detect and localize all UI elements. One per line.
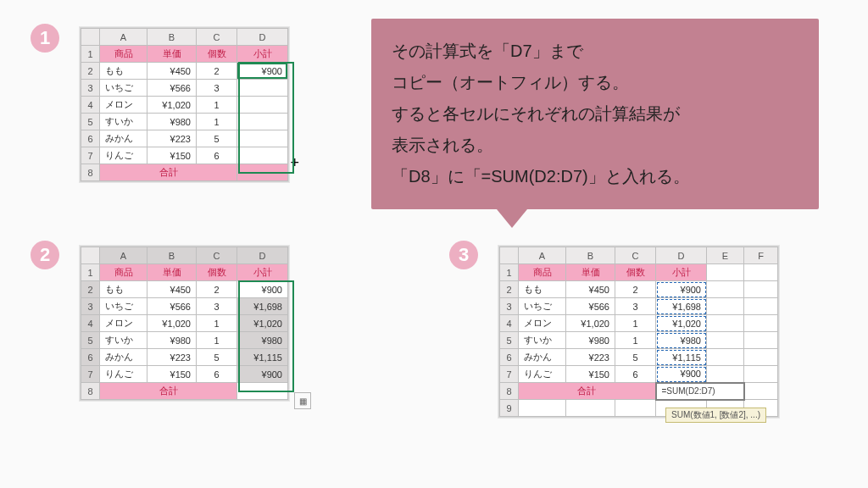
cell[interactable] bbox=[744, 383, 778, 400]
cell[interactable]: ¥566 bbox=[147, 80, 197, 97]
cell[interactable]: ¥1,115 bbox=[237, 349, 288, 366]
header-sub[interactable]: 小計 bbox=[237, 46, 288, 63]
cell[interactable] bbox=[519, 400, 566, 417]
header-price[interactable]: 単価 bbox=[147, 46, 197, 63]
cell[interactable]: いちご bbox=[519, 298, 566, 315]
cell[interactable]: みかん bbox=[519, 349, 566, 366]
cell-d2-selected[interactable]: ¥900 bbox=[237, 63, 288, 80]
cell[interactable]: 1 bbox=[197, 315, 237, 332]
row-header[interactable]: 8 bbox=[81, 383, 100, 400]
cell[interactable] bbox=[237, 97, 288, 114]
cell[interactable]: いちご bbox=[100, 298, 147, 315]
cell[interactable]: 2 bbox=[197, 63, 237, 80]
cell[interactable]: ¥150 bbox=[147, 366, 197, 383]
cell[interactable]: 5 bbox=[615, 349, 656, 366]
cell-d8[interactable] bbox=[237, 383, 288, 400]
autofill-options-button[interactable]: ▦ bbox=[294, 392, 311, 409]
row-header[interactable]: 3 bbox=[81, 80, 100, 97]
row-header[interactable]: 5 bbox=[81, 332, 100, 349]
col-header-b[interactable]: B bbox=[147, 29, 197, 46]
cell[interactable] bbox=[237, 114, 288, 130]
cell[interactable]: りんご bbox=[100, 366, 147, 383]
cell[interactable]: ¥450 bbox=[147, 281, 197, 298]
cell[interactable]: メロン bbox=[519, 315, 566, 332]
cell-d7-fillhandle[interactable] bbox=[237, 147, 288, 164]
header-qty[interactable]: 個数 bbox=[197, 46, 237, 63]
cell[interactable]: 3 bbox=[197, 298, 237, 315]
row-header[interactable]: 7 bbox=[81, 147, 100, 164]
header-name[interactable]: 商品 bbox=[100, 264, 147, 281]
cell[interactable]: ¥1,698 bbox=[656, 298, 707, 315]
cell[interactable] bbox=[744, 366, 778, 383]
col-header-c[interactable]: C bbox=[615, 247, 656, 264]
header-price[interactable]: 単価 bbox=[566, 264, 615, 281]
header-name[interactable]: 商品 bbox=[519, 264, 566, 281]
cell[interactable] bbox=[744, 281, 778, 298]
header-sub[interactable]: 小計 bbox=[237, 264, 288, 281]
cell[interactable]: ¥1,020 bbox=[656, 315, 707, 332]
row-header[interactable]: 8 bbox=[500, 383, 519, 400]
col-header-d[interactable]: D bbox=[237, 29, 288, 46]
cell[interactable] bbox=[707, 264, 744, 281]
cell[interactable]: ¥1,020 bbox=[147, 315, 197, 332]
cell[interactable]: ¥223 bbox=[147, 130, 197, 147]
cell[interactable] bbox=[237, 130, 288, 147]
cell[interactable] bbox=[615, 400, 656, 417]
cell[interactable]: ¥900 bbox=[656, 366, 707, 383]
cell[interactable]: ¥1,020 bbox=[566, 315, 615, 332]
row-header[interactable]: 1 bbox=[81, 264, 100, 281]
cell[interactable] bbox=[744, 332, 778, 349]
cell[interactable]: 2 bbox=[197, 281, 237, 298]
col-header-b[interactable]: B bbox=[566, 247, 615, 264]
col-header-f[interactable]: F bbox=[744, 247, 778, 264]
cell[interactable]: 3 bbox=[197, 80, 237, 97]
cell[interactable]: りんご bbox=[100, 147, 147, 164]
row-header[interactable]: 4 bbox=[81, 315, 100, 332]
cell[interactable]: ¥1,698 bbox=[237, 298, 288, 315]
cell[interactable] bbox=[744, 264, 778, 281]
cell[interactable]: もも bbox=[100, 63, 147, 80]
cell[interactable]: 5 bbox=[197, 130, 237, 147]
row-header[interactable]: 8 bbox=[81, 164, 100, 181]
cell[interactable]: ¥900 bbox=[237, 366, 288, 383]
cell[interactable]: すいか bbox=[100, 114, 147, 130]
cell[interactable]: 1 bbox=[197, 114, 237, 130]
col-header-a[interactable]: A bbox=[519, 247, 566, 264]
cell[interactable]: ¥980 bbox=[656, 332, 707, 349]
row-header[interactable]: 6 bbox=[81, 349, 100, 366]
cell[interactable]: ¥223 bbox=[566, 349, 615, 366]
cell[interactable] bbox=[237, 80, 288, 97]
cell[interactable]: ¥980 bbox=[237, 332, 288, 349]
cell[interactable]: ¥150 bbox=[566, 366, 615, 383]
cell[interactable]: 6 bbox=[197, 366, 237, 383]
header-qty[interactable]: 個数 bbox=[615, 264, 656, 281]
row-header[interactable]: 7 bbox=[500, 366, 519, 383]
cell[interactable]: ¥980 bbox=[147, 114, 197, 130]
cell[interactable]: ¥900 bbox=[656, 281, 707, 298]
col-header-c[interactable]: C bbox=[197, 29, 237, 46]
row-header[interactable]: 9 bbox=[500, 400, 519, 417]
cell[interactable]: ¥1,020 bbox=[147, 97, 197, 114]
cell[interactable] bbox=[566, 400, 615, 417]
cell[interactable]: すいか bbox=[100, 332, 147, 349]
row-header[interactable]: 6 bbox=[500, 349, 519, 366]
cell[interactable]: 5 bbox=[197, 349, 237, 366]
row-header[interactable]: 3 bbox=[81, 298, 100, 315]
header-qty[interactable]: 個数 bbox=[197, 264, 237, 281]
cell[interactable] bbox=[707, 366, 744, 383]
row-header[interactable]: 4 bbox=[81, 97, 100, 114]
cell[interactable]: もも bbox=[100, 281, 147, 298]
cell[interactable] bbox=[707, 315, 744, 332]
row-header[interactable]: 3 bbox=[500, 298, 519, 315]
cell[interactable]: ¥980 bbox=[147, 332, 197, 349]
cell[interactable] bbox=[707, 281, 744, 298]
cell[interactable]: ¥450 bbox=[147, 63, 197, 80]
cell[interactable]: すいか bbox=[519, 332, 566, 349]
cell[interactable]: 1 bbox=[197, 97, 237, 114]
cell[interactable]: 2 bbox=[615, 281, 656, 298]
header-sub[interactable]: 小計 bbox=[656, 264, 707, 281]
total-row-label[interactable]: 合計 bbox=[519, 383, 656, 400]
cell[interactable]: メロン bbox=[100, 97, 147, 114]
cell[interactable]: みかん bbox=[100, 130, 147, 147]
row-header[interactable]: 1 bbox=[81, 46, 100, 63]
